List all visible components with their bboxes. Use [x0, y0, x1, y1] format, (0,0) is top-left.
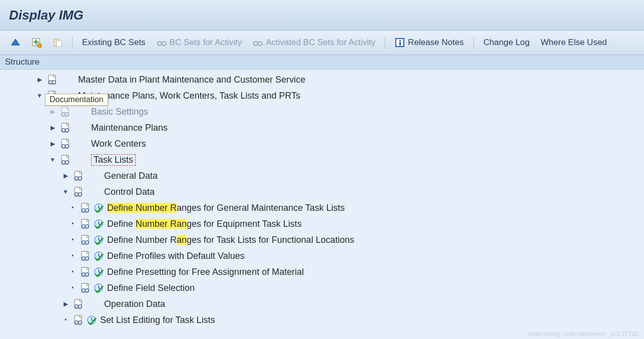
structure-header: Structure: [0, 55, 644, 70]
node-label: Define Profiles with Default Values: [107, 251, 245, 261]
title-bar: Display IMG: [0, 0, 644, 31]
document-icon[interactable]: [73, 314, 84, 325]
document-icon[interactable]: [47, 90, 58, 101]
collapse-toggle[interactable]: ▼: [35, 91, 44, 100]
svg-point-8: [162, 42, 166, 46]
leaf-bullet: •: [68, 235, 77, 244]
node-label: Maintenance Plans: [91, 123, 168, 133]
tree-row[interactable]: • Define Profiles with Default Values: [5, 248, 644, 264]
document-icon[interactable]: [73, 170, 84, 181]
expand-all-button[interactable]: [6, 35, 25, 51]
svg-rect-15: [399, 42, 401, 46]
leaf-bullet: •: [68, 283, 77, 292]
expand-toggle[interactable]: ▶: [48, 123, 57, 132]
node-label: General Data: [104, 171, 158, 181]
node-label: Operation Data: [104, 299, 165, 309]
bc-sets-for-activity-label: BC Sets for Activity: [170, 38, 242, 48]
toolbar: Existing BC Sets BC Sets for Activity Ac…: [0, 31, 644, 55]
document-icon[interactable]: [60, 138, 71, 149]
paste-button[interactable]: [48, 35, 67, 51]
tree-row[interactable]: ▼ Maintenance Plans, Work Centers, Task …: [5, 88, 644, 104]
document-icon[interactable]: [80, 250, 91, 261]
node-label: Define Field Selection: [107, 283, 195, 293]
expand-toggle[interactable]: ▶: [35, 75, 44, 84]
document-icon[interactable]: [47, 74, 58, 85]
tree-row[interactable]: • Define Field Selection: [5, 280, 644, 296]
document-icon[interactable]: [60, 154, 71, 165]
svg-rect-6: [57, 41, 62, 47]
node-label: Control Data: [104, 187, 155, 197]
tree-row[interactable]: ▶ Master Data in Plant Maintenance and C…: [5, 72, 644, 88]
document-icon[interactable]: [80, 234, 91, 245]
leaf-bullet: •: [68, 251, 77, 260]
document-icon[interactable]: [73, 298, 84, 309]
plus-icon: [32, 38, 42, 48]
expand-toggle[interactable]: ▶: [61, 171, 70, 180]
document-icon[interactable]: [80, 266, 91, 277]
tree-row[interactable]: • Define Number Ranges for Equipment Tas…: [5, 216, 644, 232]
execute-icon[interactable]: [93, 266, 104, 277]
tree-row[interactable]: • Set List Editing for Task Lists: [5, 312, 644, 328]
glasses-icon: [253, 38, 263, 48]
tree-pane: ▶ Master Data in Plant Maintenance and C…: [0, 70, 644, 339]
activated-bc-sets-button[interactable]: Activated BC Sets for Activity: [248, 35, 380, 51]
document-icon[interactable]: [60, 122, 71, 133]
leaf-bullet: •: [68, 267, 77, 276]
document-icon[interactable]: [60, 106, 71, 117]
expand-toggle[interactable]: ▶: [48, 107, 57, 116]
page-title: Display IMG: [9, 8, 84, 23]
leaf-bullet: •: [68, 219, 77, 228]
tree-row[interactable]: ▶ Operation Data: [5, 296, 644, 312]
node-label: Set List Editing for Task Lists: [100, 315, 215, 325]
leaf-bullet: •: [61, 315, 70, 324]
separator: [473, 36, 474, 49]
document-icon[interactable]: [80, 202, 91, 213]
leaf-bullet: •: [68, 203, 77, 212]
tree-row[interactable]: ▼ Task Lists: [5, 152, 644, 168]
execute-icon[interactable]: [93, 282, 104, 293]
separator: [385, 36, 385, 49]
activated-bc-sets-label: Activated BC Sets for Activity: [266, 38, 375, 48]
tree-row[interactable]: ▼ Control Data: [5, 184, 644, 200]
bc-sets-for-activity-button[interactable]: BC Sets for Activity: [152, 35, 247, 51]
document-icon[interactable]: [73, 186, 84, 197]
structure-label: Structure: [5, 57, 40, 67]
existing-bc-sets-button[interactable]: Existing BC Sets: [78, 35, 150, 51]
where-else-used-button[interactable]: Where Else Used: [536, 35, 611, 51]
document-icon[interactable]: [80, 218, 91, 229]
svg-point-11: [258, 42, 262, 46]
paste-icon: [53, 38, 63, 48]
node-label: Work Centers: [91, 139, 146, 149]
tree-row[interactable]: • Define Number Ranges for General Maint…: [5, 200, 644, 216]
execute-icon[interactable]: [93, 202, 104, 213]
execute-icon[interactable]: [86, 314, 97, 325]
node-label: Master Data in Plant Maintenance and Cus…: [78, 75, 305, 85]
expand-toggle[interactable]: ▶: [61, 299, 70, 308]
document-icon[interactable]: [80, 282, 91, 293]
node-label: Basic Settings: [91, 107, 148, 117]
execute-icon[interactable]: [93, 234, 104, 245]
svg-point-10: [254, 42, 258, 46]
tree-row[interactable]: ▶ Work Centers: [5, 136, 644, 152]
separator: [72, 36, 73, 49]
node-label: Define Presetting for Free Assignment of…: [107, 267, 304, 277]
expand-toggle[interactable]: ▶: [48, 139, 57, 148]
tree-row[interactable]: ▶ Maintenance Plans: [5, 120, 644, 136]
change-log-label: Change Log: [483, 38, 530, 48]
collapse-toggle[interactable]: ▼: [48, 155, 57, 164]
node-label: Define Number Ranges for Task Lists for …: [107, 235, 354, 245]
node-label: Define Number Ranges for Equipment Task …: [107, 219, 302, 229]
tree-row[interactable]: ▶ General Data: [5, 168, 644, 184]
collapse-toggle[interactable]: ▼: [61, 187, 70, 196]
tree-row[interactable]: • Define Presetting for Free Assignment …: [5, 264, 644, 280]
execute-icon[interactable]: [93, 250, 104, 261]
tree-row[interactable]: ▶ Basic Settings: [5, 104, 644, 120]
node-label-selected: Task Lists: [91, 154, 136, 166]
tree-row[interactable]: • Define Number Ranges for Task Lists fo…: [5, 232, 644, 248]
glasses-icon: [157, 38, 167, 48]
change-log-button[interactable]: Change Log: [479, 35, 534, 51]
release-notes-button[interactable]: Release Notes: [390, 35, 468, 51]
execute-icon[interactable]: [93, 218, 104, 229]
plus-button[interactable]: [27, 35, 46, 51]
info-icon: [395, 38, 405, 48]
